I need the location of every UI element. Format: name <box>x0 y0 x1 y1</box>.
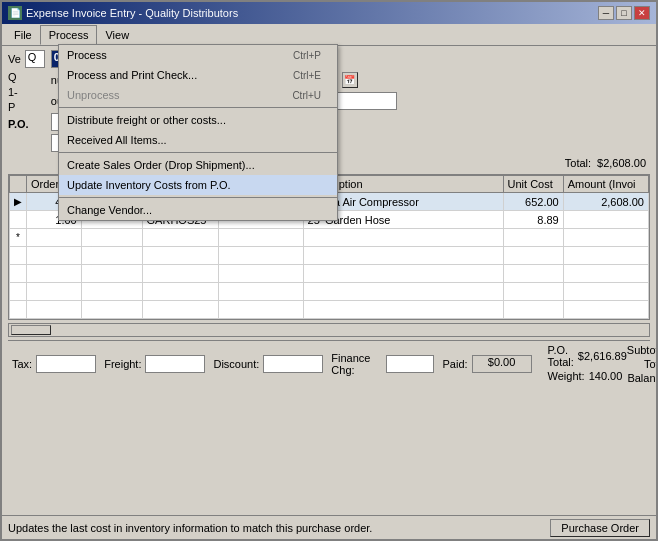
weight-label: Weight: <box>548 370 585 382</box>
title-bar: 📄 Expense Invoice Entry - Quality Distri… <box>2 2 656 24</box>
tax-label: Tax: <box>12 358 32 370</box>
vendor-id-input[interactable]: Q <box>25 50 45 68</box>
row-amount-new[interactable] <box>563 229 648 247</box>
row-arrow-new: * <box>10 229 27 247</box>
bottom-total-label: Total: <box>644 358 658 370</box>
menu-item-process-print[interactable]: Process and Print Check... Ctrl+E <box>59 65 337 85</box>
tax-input[interactable] <box>36 355 96 373</box>
menu-item-change-vendor[interactable]: Change Vendor... <box>59 200 337 220</box>
finance-chg-input[interactable] <box>386 355 434 373</box>
balance-label: Balance: <box>627 372 658 384</box>
menu-file[interactable]: File <box>6 25 40 45</box>
horizontal-scrollbar[interactable] <box>8 323 650 337</box>
table-row-new[interactable]: * <box>10 229 649 247</box>
separator-3 <box>59 197 337 198</box>
row-inventory-new[interactable] <box>142 229 218 247</box>
subtotal-label: Subtotal: <box>627 344 658 356</box>
col-header-arrow <box>10 176 27 193</box>
menu-item-create-sales[interactable]: Create Sales Order (Drop Shipment)... <box>59 155 337 175</box>
paid-input[interactable]: $0.00 <box>472 355 532 373</box>
po-label-2: P.O. <box>8 118 29 130</box>
row-arrow-1: ▶ <box>10 193 27 211</box>
minimize-button[interactable]: ─ <box>598 6 614 20</box>
table-row-empty-2[interactable] <box>10 265 649 283</box>
row-unit-cost-2[interactable]: 8.89 <box>503 211 563 229</box>
menu-item-unprocess: Unprocess Ctrl+U <box>59 85 337 105</box>
weight-value: 140.00 <box>589 370 623 382</box>
entry-date-calendar-button[interactable]: 📅 <box>342 72 358 88</box>
purchase-order-button[interactable]: Purchase Order <box>550 519 650 537</box>
row-received-new[interactable] <box>81 229 142 247</box>
paid-label: Paid: <box>442 358 467 370</box>
freight-label: Freight: <box>104 358 141 370</box>
menu-view[interactable]: View <box>97 25 137 45</box>
status-text: Updates the last cost in inventory infor… <box>8 522 372 534</box>
row-description-new[interactable] <box>303 229 503 247</box>
window-title: Expense Invoice Entry - Quality Distribu… <box>26 7 238 19</box>
po-total-label: P.O. Total: <box>548 344 574 368</box>
footer: Updates the last cost in inventory infor… <box>2 515 656 539</box>
close-button[interactable]: ✕ <box>634 6 650 20</box>
q-label: Q <box>8 71 17 83</box>
discount-label: Discount: <box>213 358 259 370</box>
process-dropdown: Process Ctrl+P Process and Print Check..… <box>58 44 338 221</box>
vendor-label: Ve <box>8 53 21 65</box>
row-amount-2[interactable] <box>563 211 648 229</box>
app-icon: 📄 <box>8 6 22 20</box>
col-header-amount: Amount (Invoi <box>563 176 648 193</box>
total-value: $2,608.00 <box>597 157 646 169</box>
row-amount-1[interactable]: 2,608.00 <box>563 193 648 211</box>
separator-1 <box>59 107 337 108</box>
row-ordered-new[interactable] <box>27 229 82 247</box>
menu-item-received[interactable]: Received All Items... <box>59 130 337 150</box>
scrollbar-thumb[interactable] <box>11 325 51 335</box>
total-label: Total: <box>565 157 591 169</box>
separator-2 <box>59 152 337 153</box>
row-arrow-2 <box>10 211 27 229</box>
table-row-empty-1[interactable] <box>10 247 649 265</box>
row-unit-cost-new[interactable] <box>503 229 563 247</box>
col-header-unit-cost: Unit Cost <box>503 176 563 193</box>
finance-chg-label: Finance Chg: <box>331 352 382 376</box>
menu-item-distribute[interactable]: Distribute freight or other costs... <box>59 110 337 130</box>
po-total-value: $2,616.89 <box>578 350 627 362</box>
row-unit-cost-1[interactable]: 652.00 <box>503 193 563 211</box>
table-row-empty-4[interactable] <box>10 301 649 319</box>
freight-input[interactable] <box>145 355 205 373</box>
bottom-fields: Tax: Freight: Discount: Finance Chg: Pai… <box>8 340 650 387</box>
one-label: 1- <box>8 86 18 98</box>
table-row-empty-3[interactable] <box>10 283 649 301</box>
menu-process[interactable]: Process <box>40 25 98 45</box>
maximize-button[interactable]: □ <box>616 6 632 20</box>
menu-item-process[interactable]: Process Ctrl+P <box>59 45 337 65</box>
row-vendor-part-new[interactable] <box>218 229 303 247</box>
menu-bar: File Process View <box>2 24 656 46</box>
discount-input[interactable] <box>263 355 323 373</box>
p-label: P <box>8 101 15 113</box>
menu-item-update-inventory[interactable]: Update Inventory Costs from P.O. <box>59 175 337 195</box>
